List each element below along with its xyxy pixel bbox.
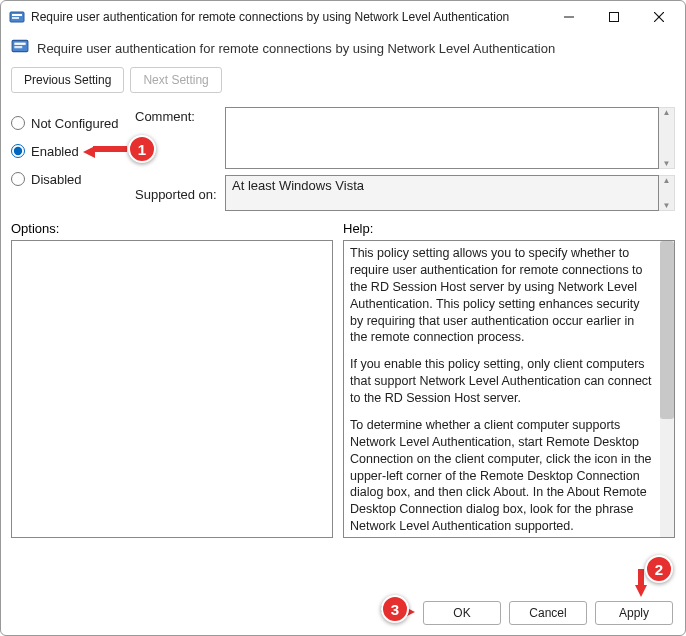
window-title: Require user authentication for remote c… (31, 10, 546, 24)
supported-row: Supported on: At least Windows Vista ▲▼ (135, 175, 675, 211)
annotation-callout-2: 2 (645, 555, 673, 583)
next-setting-button[interactable]: Next Setting (130, 67, 221, 93)
maximize-button[interactable] (591, 2, 636, 32)
scrollbar[interactable]: ▲▼ (659, 107, 675, 169)
scrollbar-thumb[interactable] (660, 241, 674, 419)
radio-label: Disabled (31, 172, 82, 187)
help-pane: This policy setting allows you to specif… (343, 240, 675, 538)
radio-enabled-input[interactable] (11, 144, 25, 158)
svg-rect-2 (12, 17, 19, 19)
options-pane[interactable] (11, 240, 333, 538)
help-text: This policy setting allows you to specif… (344, 241, 660, 537)
comment-row: Comment: ▲▼ (135, 107, 675, 169)
comment-textarea[interactable] (225, 107, 659, 169)
nav-buttons: Previous Setting Next Setting (1, 67, 685, 99)
dialog-footer: OK Cancel Apply (423, 601, 673, 625)
annotation-callout-1: 1 (128, 135, 156, 163)
titlebar: Require user authentication for remote c… (1, 1, 685, 33)
radio-not-configured[interactable]: Not Configured (11, 109, 131, 137)
window-controls (546, 2, 681, 32)
lower-panes: This policy setting allows you to specif… (1, 240, 685, 538)
policy-icon (11, 37, 29, 59)
pane-labels: Options: Help: (1, 211, 685, 240)
ok-button[interactable]: OK (423, 601, 501, 625)
radio-group: Not Configured Enabled Disabled (11, 107, 131, 211)
comment-label: Comment: (135, 107, 225, 124)
scrollbar[interactable]: ▲▼ (659, 175, 675, 211)
scrollbar[interactable] (660, 241, 674, 537)
minimize-button[interactable] (546, 2, 591, 32)
svg-rect-8 (14, 43, 25, 45)
header: Require user authentication for remote c… (1, 33, 685, 67)
radio-label: Enabled (31, 144, 79, 159)
svg-rect-4 (609, 13, 618, 22)
radio-label: Not Configured (31, 116, 118, 131)
help-paragraph: If you enable this policy setting, only … (350, 356, 654, 407)
radio-disabled-input[interactable] (11, 172, 25, 186)
cancel-button[interactable]: Cancel (509, 601, 587, 625)
fields: Comment: ▲▼ Supported on: At least Windo… (135, 107, 675, 211)
radio-disabled[interactable]: Disabled (11, 165, 131, 193)
help-label: Help: (343, 221, 373, 236)
config-section: Not Configured Enabled Disabled Comment:… (1, 99, 685, 211)
radio-not-configured-input[interactable] (11, 116, 25, 130)
svg-rect-9 (14, 46, 22, 48)
help-paragraph: To determine whether a client computer s… (350, 417, 654, 535)
apply-button[interactable]: Apply (595, 601, 673, 625)
supported-value: At least Windows Vista (225, 175, 659, 211)
previous-setting-button[interactable]: Previous Setting (11, 67, 124, 93)
supported-label: Supported on: (135, 185, 225, 202)
annotation-callout-3: 3 (381, 595, 409, 623)
close-button[interactable] (636, 2, 681, 32)
policy-icon (9, 9, 25, 25)
help-paragraph: This policy setting allows you to specif… (350, 245, 654, 346)
svg-rect-1 (12, 14, 22, 16)
policy-title: Require user authentication for remote c… (37, 41, 555, 56)
options-label: Options: (11, 221, 343, 236)
